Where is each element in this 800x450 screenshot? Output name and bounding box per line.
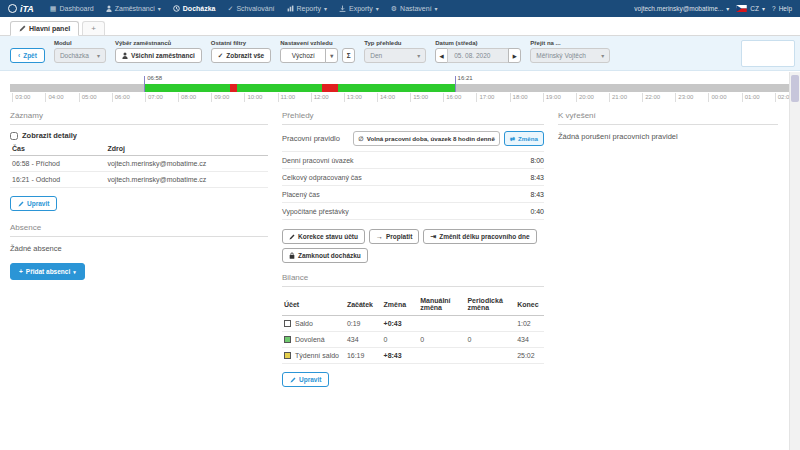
timeline-tick: 21:00 [609, 93, 627, 102]
balance-cell: 0 [418, 332, 465, 348]
caret-down-icon: ▾ [73, 269, 76, 275]
export-icon [339, 5, 346, 12]
nav-item-exporty[interactable]: Exporty▾ [333, 0, 385, 17]
balance-col: Změna [382, 293, 419, 316]
day-timeline[interactable]: 03:0004:0005:0006:0007:0008:0009:0010:00… [10, 76, 790, 103]
app-logo[interactable]: iTA [8, 4, 34, 14]
main-content: Záznamy Zobrazit detaily Čas Zdroj 06:58… [0, 103, 800, 395]
next-day-button[interactable]: ▶ [508, 48, 521, 63]
nav-item-label: Zaměstnanci [115, 5, 155, 12]
employees-button[interactable]: Všichni zaměstnanci [115, 48, 202, 63]
stat-row: Celkový odpracovaný čas8:43 [282, 169, 544, 186]
timeline-tick: 17:00 [476, 93, 494, 102]
stat-row: Denní pracovní úvazek8:00 [282, 152, 544, 169]
edit-balance-button[interactable]: Upravit [282, 372, 329, 387]
scrollbar-thumb[interactable] [791, 75, 799, 102]
caret-down-icon: ▾ [376, 5, 379, 12]
account-name: Saldo [295, 320, 313, 327]
nav-item-dashboard[interactable]: ▦Dashboard [44, 0, 100, 17]
timeline-tick: 05:00 [79, 93, 97, 102]
vertical-scrollbar[interactable] [789, 72, 800, 450]
filter-modul: Modul Docházka ▾ [54, 40, 106, 63]
people-icon [122, 52, 128, 59]
prev-icon: ◀ [440, 53, 444, 59]
filter-label: Přejít na ... [530, 40, 610, 46]
overview-title: Přehledy [282, 111, 544, 125]
timeline-tick: 08:00 [178, 93, 196, 102]
stat-row: Placený čas8:43 [282, 186, 544, 203]
back-button[interactable]: ‹ Zpět [10, 48, 45, 63]
caret-down-icon: ▾ [330, 52, 333, 59]
tab-hlavni-panel[interactable]: Hlavní panel [10, 21, 79, 36]
issues-column: K vyřešení Žádná porušení pracovních pra… [558, 111, 778, 395]
account-color-square [284, 352, 291, 359]
action-button[interactable]: Zamknout docházku [282, 248, 368, 263]
balance-row: Dovolená434000434 [282, 332, 544, 348]
stat-row: Vypočítané přestávky0:40 [282, 203, 544, 220]
timeline-tick: 13:00 [344, 93, 362, 102]
gear-icon: ⚙ [391, 5, 397, 12]
check-icon: ✓ [218, 52, 223, 60]
add-tab-button[interactable]: + [82, 21, 105, 35]
balance-cell [418, 348, 465, 364]
date-input[interactable]: 05. 08. 2020 [447, 48, 509, 63]
pencil-icon [289, 234, 295, 240]
action-button[interactable]: Korekce stavu účtu [282, 229, 365, 244]
work-segment [144, 84, 454, 92]
action-button[interactable]: →Proplatit [369, 229, 419, 244]
record-time: 16:21 - Odchod [10, 172, 105, 188]
add-absence-button[interactable]: + Přidat absenci ▾ [10, 263, 85, 280]
filter-date: Datum (středa) ◀ 05. 08. 2020 ▶ [435, 40, 521, 63]
work-rule-row: Pracovní pravidlo ∅ Volná pracovní doba,… [282, 131, 544, 152]
action-button[interactable]: ⇥Změnit délku pracovního dne [423, 229, 536, 244]
show-details-checkbox-row[interactable]: Zobrazit detaily [10, 131, 268, 140]
timeline-tick: 06:00 [112, 93, 130, 102]
nav-item-docházka[interactable]: Docházka [167, 0, 222, 17]
nav-item-label: Reporty [297, 5, 322, 12]
account-name: Dovolená [295, 336, 325, 343]
nav-item-label: Schvalování [236, 5, 274, 12]
report-type-select[interactable]: Den ▾ [364, 48, 426, 63]
pencil-icon [290, 377, 296, 383]
edit-records-button[interactable]: Upravit [10, 196, 57, 211]
balance-body: Saldo0:19+0:431:02Dovolená434000434Týden… [282, 316, 544, 364]
nav-item-zaměstnanci[interactable]: Zaměstnanci▾ [100, 0, 167, 17]
balance-cell: 0 [465, 332, 515, 348]
filter-goto: Přejít na ... Měřínský Vojtěch ▾ [530, 40, 610, 63]
nav-items: ▦DashboardZaměstnanci▾Docházka✓Schvalová… [44, 0, 444, 17]
timeline-ticks: 03:0004:0005:0006:0007:0008:0009:0010:00… [10, 92, 790, 103]
view-caret-button[interactable]: ▾ [325, 48, 338, 63]
absence-title: Absence [10, 223, 268, 237]
record-time: 06:58 - Příchod [10, 156, 105, 172]
user-menu[interactable]: vojtech.merinsky@mobatime... ▾ [634, 5, 729, 12]
filter-employees: Výběr zaměstnanců Všichni zaměstnanci [115, 40, 202, 63]
stat-label: Denní pracovní úvazek [282, 157, 354, 164]
nav-item-nastavení[interactable]: ⚙Nastavení▾ [385, 0, 444, 17]
records-table: Čas Zdroj 06:58 - Příchodvojtech.merinsk… [10, 142, 268, 188]
balance-cell: 434 [515, 332, 544, 348]
user-email: vojtech.merinsky@mobatime... [634, 5, 723, 12]
modul-select[interactable]: Docházka ▾ [54, 48, 106, 63]
absence-empty-text: Žádné absence [10, 244, 268, 253]
help-link[interactable]: ? Help [772, 5, 792, 12]
nav-item-label: Exporty [349, 5, 373, 12]
next-icon: ▶ [513, 53, 517, 59]
overview-column: Přehledy Pracovní pravidlo ∅ Volná praco… [282, 111, 544, 395]
timeline-tick: 11:00 [278, 93, 296, 102]
language-menu[interactable]: CZ ▾ [736, 5, 765, 13]
nav-item-reporty[interactable]: Reporty▾ [281, 0, 334, 17]
show-details-checkbox[interactable] [10, 132, 18, 140]
sum-button[interactable]: Σ [342, 48, 355, 63]
work-rule-pill[interactable]: ∅ Volná pracovní doba, úvazek 8 hodin de… [353, 131, 500, 146]
goto-select[interactable]: Měřínský Vojtěch ▾ [530, 48, 610, 63]
timeline-tick: 04:00 [45, 93, 63, 102]
view-select[interactable]: Výchozí [280, 48, 326, 63]
timeline-tick: 20:00 [576, 93, 594, 102]
show-all-button[interactable]: ✓ Zobrazit vše [211, 48, 271, 63]
change-rule-button[interactable]: ⇄ Změna [504, 131, 544, 146]
arrow-right-icon: → [376, 233, 383, 240]
nav-item-schvalování[interactable]: ✓Schvalování [222, 0, 281, 17]
filter-label: Výběr zaměstnanců [115, 40, 202, 46]
filter-other: Ostatní filtry ✓ Zobrazit vše [211, 40, 271, 63]
user-icon [106, 5, 112, 12]
